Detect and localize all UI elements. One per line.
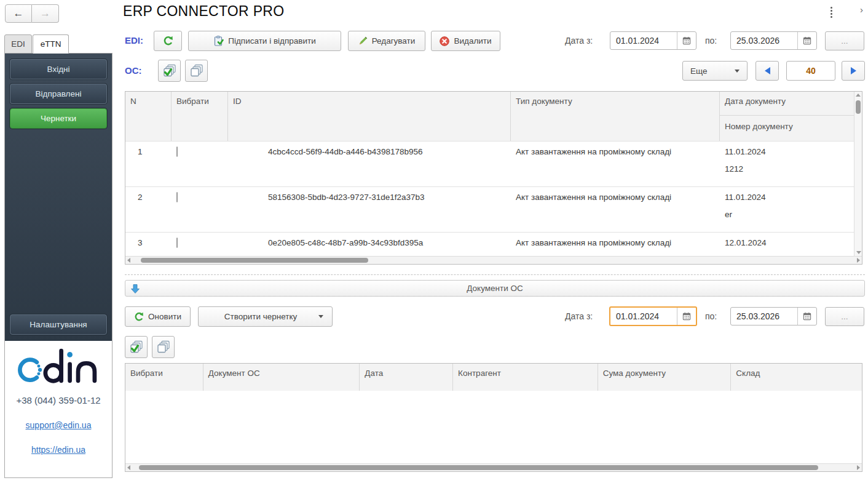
select-all-button[interactable] [158,60,181,82]
edi-date-to-input[interactable] [731,36,797,46]
calendar-icon[interactable] [797,32,816,49]
scrollbar-thumb[interactable] [139,465,818,470]
edi-date-to-group [730,31,817,50]
column-header-n[interactable]: N [125,92,172,141]
os-select-all-button[interactable] [125,336,148,358]
prev-page-button[interactable] [756,61,779,81]
column-header-select[interactable]: Вибрати [125,364,203,391]
erp-connector-window: ← → ERP CONNECTOR PRO › EDI eTTN Вхідні … [0,0,868,483]
horizontal-scrollbar[interactable] [125,463,862,471]
scroll-right-icon[interactable] [857,465,860,470]
os-table-empty-body [125,391,862,457]
tab-edi[interactable]: EDI [4,34,32,54]
table-row[interactable]: 2 58156308-5bdb-4d23-9727-31de1f2a37b3 А… [125,186,862,232]
scroll-down-icon[interactable] [856,251,861,254]
next-page-button[interactable] [842,61,865,81]
scroll-right-icon[interactable] [857,258,860,263]
history-nav-group: ← → [5,4,59,23]
forward-button[interactable]: → [32,4,59,23]
os-date-from-group [609,306,697,326]
os-documents-panel-header[interactable]: Документи ОС [125,280,865,297]
select-all-icon [162,63,177,78]
os-date-from-input[interactable] [610,311,677,321]
scrollbar-thumb[interactable] [141,258,368,263]
oc-toolbar: ОС: Еще [125,60,864,82]
page-title: ERP CONNECTOR PRO [123,3,284,20]
create-draft-dropdown-button[interactable]: Створити чернетку [198,306,333,327]
table-row[interactable]: 1 4cbc4ccd-56f9-44db-a446-b4398178b956 А… [125,141,862,186]
delete-button[interactable]: Видалити [431,31,500,51]
column-header-os-doc[interactable]: Документ ОС [203,364,360,391]
pencil-icon [358,36,368,46]
sidebar-item-sent[interactable]: Відправлені [10,84,107,104]
sign-send-button[interactable]: Підписати і відправити [188,31,341,51]
os-refresh-button[interactable]: Оновити [125,306,191,327]
deselect-all-button[interactable] [185,60,208,82]
cell-doc-type: Акт завантаження на проміжному складі [511,142,720,186]
edi-more-filters-button[interactable]: ... [825,31,864,50]
row-checkbox[interactable] [176,192,178,202]
cell-doc-number: 1212 [725,164,850,174]
edi-date-from-input[interactable] [610,36,677,46]
cell-doc-type: Акт завантаження на проміжному складі [511,233,720,259]
column-header-id[interactable]: ID [228,92,511,141]
sign-send-label: Підписати і відправити [228,36,315,46]
chevron-right-icon[interactable]: › [860,4,863,15]
tab-ettn[interactable]: eTTN [33,34,69,54]
sidebar-item-drafts[interactable]: Чернетки [10,108,107,129]
edi-refresh-button[interactable] [154,31,182,51]
os-more-filters-button[interactable]: ... [825,307,864,326]
sidebar-contact-block: +38 (044) 359-01-12 support@edin.ua http… [5,341,112,477]
edit-button[interactable]: Редагувати [348,31,425,51]
back-button[interactable]: ← [5,4,32,23]
column-header-date[interactable]: Дата [360,364,453,391]
forward-arrow-icon: → [40,7,50,20]
edi-toolbar: EDI: Підписати і відправити Редагувати [125,31,864,52]
horizontal-scrollbar[interactable] [125,256,862,264]
more-dropdown-button[interactable]: Еще [682,61,748,81]
vertical-scrollbar[interactable] [854,92,862,256]
support-email-link[interactable]: support@edin.ua [5,420,112,430]
calendar-icon[interactable] [797,308,816,325]
cell-n: 1 [125,142,172,186]
row-checkbox[interactable] [176,238,178,248]
row-checkbox[interactable] [176,146,178,157]
column-header-type[interactable]: Тип документу [511,92,720,141]
cell-doc-date: 11.01.2024 [725,193,850,202]
page-number-input[interactable] [786,61,835,81]
arrow-left-icon [765,67,770,74]
date-to-label: по: [705,311,717,321]
sidebar-item-settings[interactable]: Налаштування [10,314,107,335]
website-link[interactable]: https://edin.ua [5,445,112,455]
scrollbar-thumb[interactable] [856,100,861,114]
kebab-menu-icon[interactable] [827,6,835,19]
calendar-icon[interactable] [677,308,696,325]
delete-label: Видалити [454,36,491,46]
date-to-label: по: [705,36,717,46]
table-row[interactable]: 3 0e20e805-c48c-48b7-a99b-34c93bfd395a А… [125,232,862,259]
column-header-amount[interactable]: Сума документу [598,364,732,391]
clipboard-check-icon [213,36,224,46]
cell-doc-type: Акт завантаження на проміжному складі [511,187,720,232]
scroll-left-icon[interactable] [127,258,130,263]
column-header-doc-date[interactable]: Дата документу [720,92,855,116]
scroll-left-icon[interactable] [127,465,130,470]
scroll-up-icon[interactable] [856,94,861,97]
arrow-right-icon [851,67,856,74]
column-header-select[interactable]: Вибрати [172,92,228,141]
os-toolbar: Оновити Створити чернетку Дата з: по: ..… [125,306,864,331]
sidebar-item-inbox[interactable]: Вхідні [10,59,107,79]
edin-logo [14,347,103,385]
chevron-down-icon [318,315,323,318]
edi-date-from-group [610,31,696,50]
cell-id: 0e20e805-c48c-48b7-a99b-34c93bfd395a [228,233,511,259]
calendar-icon[interactable] [677,32,696,49]
splitter[interactable] [125,274,865,275]
column-header-counterparty[interactable]: Контрагент [453,364,598,391]
os-date-to-input[interactable] [731,311,797,321]
column-header-doc-number[interactable]: Номер документу [720,116,855,137]
cell-doc-date: 12.01.2024 [725,238,850,247]
column-header-warehouse[interactable]: Склад [731,364,862,391]
os-refresh-label: Оновити [148,312,181,321]
os-deselect-all-button[interactable] [152,336,175,358]
